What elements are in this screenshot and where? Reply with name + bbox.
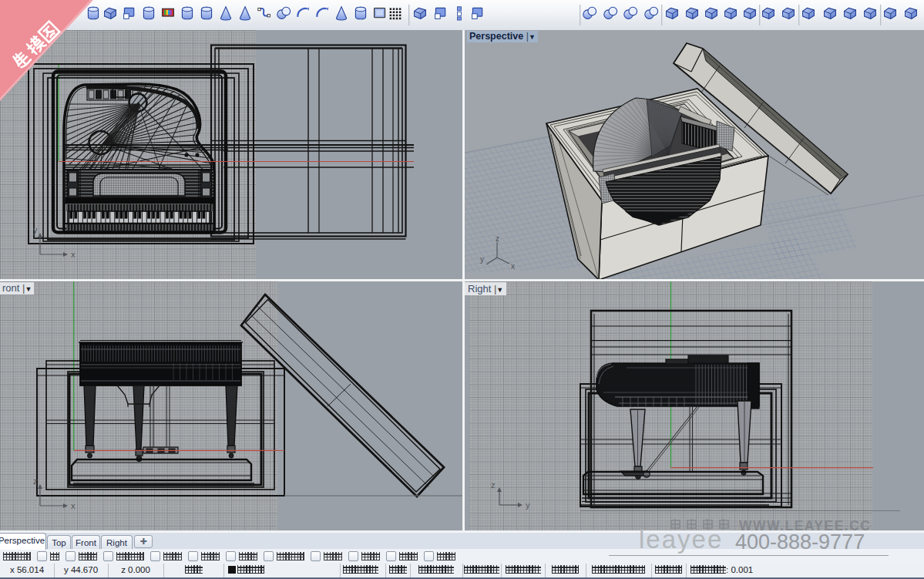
svg-text:x: x [71, 501, 76, 510]
svg-text:y: y [480, 255, 484, 264]
svg-text:x: x [511, 262, 515, 271]
svg-text:z: z [496, 234, 499, 243]
svg-text:x: x [71, 250, 76, 259]
svg-text:z: z [491, 480, 496, 490]
svg-text:y: y [526, 500, 530, 510]
svg-text:z: z [33, 476, 38, 486]
svg-text:y: y [33, 225, 38, 234]
